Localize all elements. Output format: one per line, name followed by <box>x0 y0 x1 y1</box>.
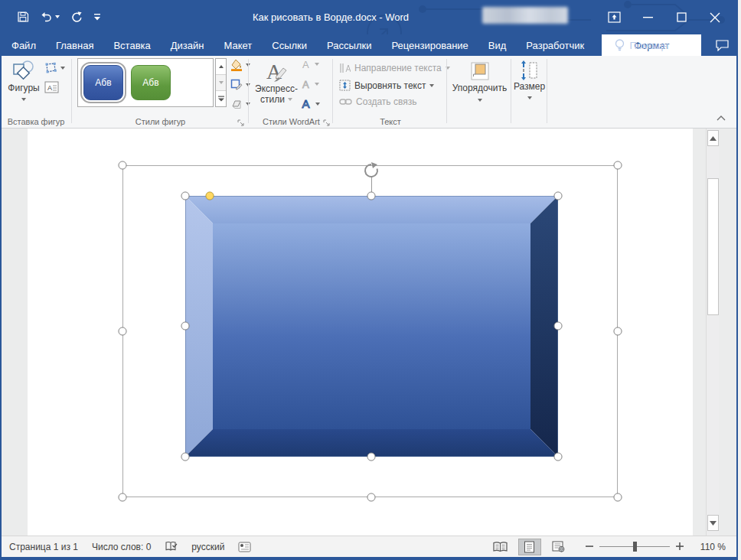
wordart-dialog-launcher[interactable] <box>323 116 332 125</box>
zoom-slider[interactable] <box>599 542 670 552</box>
vertical-scrollbar[interactable] <box>706 129 719 536</box>
shape-handle-top-center[interactable] <box>367 192 376 200</box>
canvas-handle-mid-right[interactable] <box>614 327 622 336</box>
undo-button[interactable] <box>40 11 60 22</box>
print-layout-icon <box>524 541 535 553</box>
tell-me-button[interactable]: Помощн <box>615 39 668 52</box>
text-effects-button[interactable]: A <box>301 98 327 109</box>
canvas-handle-top-left[interactable] <box>119 161 127 170</box>
quick-styles-label-1: Экспресс- <box>255 83 298 94</box>
bevel-shape[interactable] <box>185 196 558 457</box>
svg-text:A: A <box>302 98 310 109</box>
group-label-wordart: Стили WordArt <box>250 117 332 126</box>
shapes-dropdown-arrow <box>21 98 26 101</box>
save-button[interactable] <box>17 11 29 23</box>
shape-handle-top-left[interactable] <box>181 192 190 200</box>
rotate-handle[interactable] <box>363 162 380 179</box>
shapes-button-label: Фигуры <box>8 83 39 93</box>
close-button[interactable] <box>698 0 732 34</box>
redo-icon <box>70 11 83 23</box>
text-box-button[interactable]: A <box>44 81 59 93</box>
canvas-handle-bottom-right[interactable] <box>614 493 622 502</box>
canvas-handle-top-right[interactable] <box>614 161 622 170</box>
text-fill-button[interactable]: A <box>301 59 327 70</box>
shape-handle-bottom-left[interactable] <box>181 453 190 461</box>
size-icon <box>520 60 540 81</box>
scroll-down-button[interactable] <box>707 515 719 531</box>
gallery-down-button[interactable] <box>216 75 226 91</box>
shapes-button[interactable]: Фигуры <box>6 60 41 101</box>
tab-review[interactable]: Рецензирование <box>381 34 478 56</box>
svg-text:A: A <box>302 59 309 70</box>
keyboard-icon <box>238 542 251 552</box>
gallery-more-button[interactable] <box>216 91 226 106</box>
arrange-button[interactable]: Упорядочить <box>450 60 509 102</box>
zoom-slider-thumb[interactable] <box>633 542 637 552</box>
ribbon-display-options-icon <box>608 11 621 23</box>
blurred-contextual-header <box>482 7 568 24</box>
lightbulb-icon <box>615 39 625 52</box>
zoom-in-button[interactable] <box>676 542 684 552</box>
tab-design[interactable]: Дизайн <box>161 34 214 56</box>
canvas-handle-bottom-center[interactable] <box>367 493 376 502</box>
status-bar: Страница 1 из 1 Число слов: 0 русский <box>2 536 736 557</box>
tab-references[interactable]: Ссылки <box>262 34 317 56</box>
web-layout-button[interactable] <box>547 539 570 555</box>
language-indicator[interactable]: русский <box>191 542 224 552</box>
align-text-button[interactable]: Выровнять текст <box>339 80 434 91</box>
zoom-out-button[interactable] <box>586 542 593 552</box>
share-button[interactable] <box>685 39 699 51</box>
create-link-button[interactable]: Создать связь <box>339 96 416 107</box>
shape-styles-dialog-launcher[interactable] <box>237 116 246 125</box>
text-direction-button[interactable]: Направление текста <box>339 63 450 73</box>
group-arrange: Упорядочить <box>449 56 511 129</box>
shape-handle-bottom-center[interactable] <box>367 453 376 461</box>
canvas-handle-bottom-left[interactable] <box>119 493 127 502</box>
tab-insert[interactable]: Вставка <box>103 34 160 56</box>
shape-handle-bottom-right[interactable] <box>554 453 563 461</box>
scrollbar-thumb[interactable] <box>707 178 719 315</box>
shape-style-green[interactable]: Абв <box>131 65 171 100</box>
edit-shape-button[interactable] <box>44 62 65 73</box>
text-fill-dropdown-arrow <box>315 63 319 66</box>
text-outline-button[interactable]: A <box>301 79 327 90</box>
read-mode-icon <box>493 542 508 552</box>
tab-mailings[interactable]: Рассылки <box>317 34 381 56</box>
tab-layout[interactable]: Макет <box>214 34 262 56</box>
create-link-label: Создать связь <box>356 96 416 107</box>
shape-style-blue[interactable]: Абв <box>83 65 123 100</box>
undo-dropdown-arrow <box>55 15 60 18</box>
scroll-up-button[interactable] <box>707 130 719 146</box>
size-button[interactable]: Размер <box>512 60 547 99</box>
collapse-ribbon-button[interactable] <box>717 110 726 124</box>
zoom-level[interactable]: 110 % <box>700 542 726 552</box>
tell-me-label: Помощн <box>629 40 668 51</box>
redo-button[interactable] <box>70 11 83 23</box>
read-mode-button[interactable] <box>489 539 512 555</box>
quick-styles-label-2: стили <box>260 94 292 105</box>
tab-view[interactable]: Вид <box>478 34 517 56</box>
minimize-button[interactable] <box>631 0 664 34</box>
ribbon-display-options-button[interactable] <box>597 0 631 34</box>
page-indicator[interactable]: Страница 1 из 1 <box>9 542 78 552</box>
group-shape-styles: Абв Абв <box>73 56 248 129</box>
tab-file[interactable]: Файл <box>2 34 46 56</box>
svg-text:A: A <box>47 84 52 92</box>
canvas-handle-mid-left[interactable] <box>119 327 127 336</box>
shape-handle-mid-right[interactable] <box>554 322 563 330</box>
tab-developer[interactable]: Разработчик <box>516 34 594 56</box>
quick-styles-button[interactable]: A Экспресс- стили <box>253 59 299 105</box>
shape-handle-top-right[interactable] <box>554 192 563 200</box>
customize-qat-button[interactable] <box>93 12 101 21</box>
proofing-status[interactable] <box>165 541 178 552</box>
comments-button[interactable] <box>716 40 729 51</box>
maximize-button[interactable] <box>664 0 698 34</box>
document-area <box>2 129 736 536</box>
gallery-up-button[interactable] <box>216 59 226 75</box>
shape-handle-mid-left[interactable] <box>181 322 190 330</box>
shape-adjustment-handle[interactable] <box>206 192 214 200</box>
tab-home[interactable]: Главная <box>46 34 103 56</box>
word-count[interactable]: Число слов: 0 <box>92 542 151 552</box>
print-layout-button[interactable] <box>518 539 541 555</box>
macro-recording-button[interactable] <box>238 542 251 552</box>
